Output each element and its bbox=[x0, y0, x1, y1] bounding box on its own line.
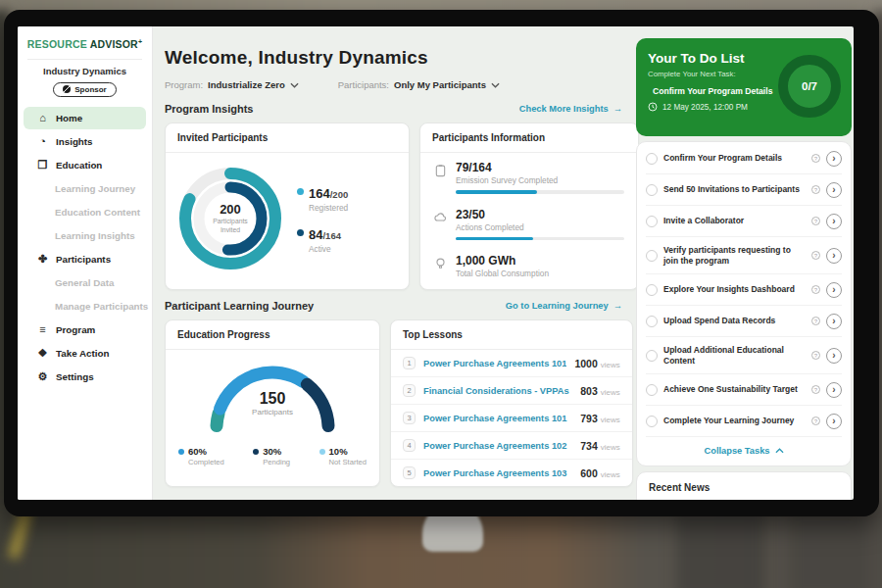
go-to-learning-journey-link[interactable]: Go to Learning Journey → bbox=[506, 301, 622, 311]
sponsor-badge[interactable]: Sponsor bbox=[53, 82, 116, 97]
participants-filter-dropdown[interactable]: Participants: Only My Participants bbox=[338, 79, 500, 90]
todo-next-task: Confirm Your Program Details bbox=[648, 85, 769, 96]
sidebar-item[interactable]: Manage Participants bbox=[24, 295, 146, 318]
monitor-bezel: RESOURCE ADVISOR+ Industry Dynamics Spon… bbox=[4, 10, 879, 516]
recent-news-card: Recent News bbox=[636, 471, 852, 500]
todo-summary-card: Your To Do List Complete Your Next Task:… bbox=[636, 38, 852, 136]
sidebar-item-icon: ⚙ bbox=[36, 371, 49, 382]
sidebar-item[interactable]: ❖ Take Action bbox=[24, 342, 146, 365]
views-label: views bbox=[601, 388, 620, 397]
sidebar-item-label: Participants bbox=[56, 254, 111, 265]
sidebar-item[interactable]: ❒ Education bbox=[24, 154, 146, 176]
program-filter-label: Program: bbox=[165, 79, 203, 90]
collapse-tasks-link[interactable]: Collapse Tasks bbox=[646, 437, 842, 464]
task-open-button[interactable]: › bbox=[826, 414, 842, 429]
task-checkbox[interactable] bbox=[646, 250, 658, 262]
lesson-rank-badge: 3 bbox=[403, 412, 416, 424]
sidebar-item-icon: ⌂ bbox=[36, 113, 49, 123]
task-checkbox[interactable] bbox=[646, 350, 658, 362]
sidebar-item[interactable]: ✤ Participants bbox=[24, 248, 146, 270]
card-title: Education Progress bbox=[166, 320, 379, 350]
sidebar-item[interactable]: Learning Insights bbox=[24, 224, 146, 247]
sidebar-nav: ⌂ Home ◔ Insights ❒ Education bbox=[18, 107, 152, 388]
legend-dot bbox=[319, 449, 325, 455]
org-name: Industry Dynamics bbox=[18, 66, 152, 76]
card-title: Top Lessons bbox=[391, 320, 632, 350]
sidebar-item[interactable]: ≡ Program bbox=[24, 318, 146, 341]
participants-filter-label: Participants: bbox=[338, 79, 389, 90]
legend-dot bbox=[253, 449, 259, 455]
task-open-button[interactable]: › bbox=[826, 282, 842, 298]
sponsor-label: Sponsor bbox=[74, 85, 106, 94]
task-label: Complete Your Learning Journey bbox=[663, 416, 806, 426]
task-checkbox[interactable] bbox=[646, 384, 658, 396]
brand-plus-icon: + bbox=[138, 37, 142, 44]
task-info-icon: ? bbox=[811, 185, 820, 194]
task-open-button[interactable]: › bbox=[826, 182, 842, 198]
check-more-insights-link[interactable]: Check More Insights → bbox=[519, 104, 622, 114]
active-total: /164 bbox=[322, 230, 341, 241]
task-row: Explore Your Insights Dashboard ? › bbox=[646, 274, 842, 306]
legend-registered: 164/200 Registered bbox=[297, 184, 348, 213]
sidebar-item[interactable]: ⌂ Home bbox=[24, 107, 146, 129]
lesson-rank-badge: 2 bbox=[403, 384, 416, 397]
task-open-button[interactable]: › bbox=[826, 214, 842, 229]
task-info-icon: ? bbox=[811, 317, 820, 325]
sidebar-item-label: Learning Journey bbox=[55, 183, 135, 194]
task-checkbox[interactable] bbox=[646, 284, 658, 296]
card-title: Participants Information bbox=[420, 123, 638, 153]
lesson-row: 3 Power Purchase Agreements 101 793views bbox=[391, 405, 632, 432]
dashboard-screen: RESOURCE ADVISOR+ Industry Dynamics Spon… bbox=[18, 26, 854, 500]
lesson-row: 2 Financial Considerations - VPPAs 803vi… bbox=[391, 377, 632, 405]
lesson-row: 4 Power Purchase Agreements 102 734views bbox=[391, 432, 632, 460]
sidebar-item[interactable]: Learning Journey bbox=[24, 177, 146, 200]
task-open-button[interactable]: › bbox=[826, 248, 842, 264]
lesson-row: 5 Power Purchase Agreements 103 600views bbox=[391, 460, 632, 486]
stat-label: Total Global Consumption bbox=[456, 269, 549, 278]
task-open-button[interactable]: › bbox=[826, 151, 842, 167]
filters-row: Program: Industrialize Zero Participants… bbox=[165, 79, 624, 90]
task-label: Achieve One Sustainability Target bbox=[663, 384, 806, 395]
lesson-rank-badge: 1 bbox=[403, 357, 416, 369]
task-open-button[interactable]: › bbox=[826, 382, 842, 398]
section-title: Program Insights bbox=[165, 103, 253, 115]
legend-pending: 30% Pending bbox=[253, 446, 290, 466]
education-legend: 60% Completed 30% Pending bbox=[166, 440, 379, 476]
task-row: Complete Your Learning Journey ? › bbox=[646, 406, 842, 437]
sidebar-item[interactable]: ⚙ Settings bbox=[24, 366, 146, 388]
sidebar-item-icon: ✤ bbox=[36, 254, 49, 265]
todo-tasks-card: Confirm Your Program Details ? › Send 50… bbox=[636, 141, 852, 466]
task-checkbox[interactable] bbox=[646, 184, 658, 196]
todo-progress-value: 0/7 bbox=[802, 80, 817, 92]
task-open-button[interactable]: › bbox=[826, 348, 842, 364]
lesson-title-link[interactable]: Power Purchase Agreements 101 bbox=[423, 414, 572, 423]
tasks-list: Confirm Your Program Details ? › Send 50… bbox=[646, 143, 842, 437]
task-checkbox[interactable] bbox=[646, 316, 658, 327]
task-row: Send 50 Invitations to Participants ? › bbox=[646, 174, 842, 206]
task-checkbox[interactable] bbox=[646, 216, 658, 227]
consumption-icon bbox=[434, 257, 447, 270]
lesson-rank-badge: 5 bbox=[403, 466, 416, 479]
sidebar-item[interactable]: Education Content bbox=[24, 201, 146, 223]
todo-progress-ring: 0/7 bbox=[778, 55, 841, 118]
lesson-title-link[interactable]: Financial Considerations - VPPAs bbox=[423, 386, 572, 396]
lesson-views: 803views bbox=[580, 385, 620, 397]
sidebar: RESOURCE ADVISOR+ Industry Dynamics Spon… bbox=[18, 26, 153, 500]
sidebar-item-icon: ≡ bbox=[36, 324, 49, 335]
program-filter-dropdown[interactable]: Program: Industrialize Zero bbox=[165, 79, 299, 90]
task-open-button[interactable]: › bbox=[826, 314, 842, 329]
brand-primary: RESOURCE bbox=[27, 38, 87, 50]
task-checkbox[interactable] bbox=[646, 416, 658, 427]
sidebar-item[interactable]: General Data bbox=[24, 271, 146, 294]
invited-participants-donut: 200 Participants Invited bbox=[175, 164, 285, 273]
lesson-title-link[interactable]: Power Purchase Agreements 103 bbox=[423, 468, 572, 478]
lesson-title-link[interactable]: Power Purchase Agreements 102 bbox=[423, 441, 572, 451]
task-info-icon: ? bbox=[811, 217, 820, 225]
todo-panel: Your To Do List Complete Your Next Task:… bbox=[636, 26, 854, 500]
sidebar-divider bbox=[27, 59, 142, 60]
lesson-title-link[interactable]: Power Purchase Agreements 101 bbox=[423, 359, 566, 368]
stat-label: Emission Survey Completed bbox=[456, 175, 624, 185]
task-checkbox[interactable] bbox=[646, 153, 658, 165]
progress-bar-fill bbox=[456, 237, 533, 241]
sidebar-item[interactable]: ◔ Insights bbox=[24, 130, 146, 153]
